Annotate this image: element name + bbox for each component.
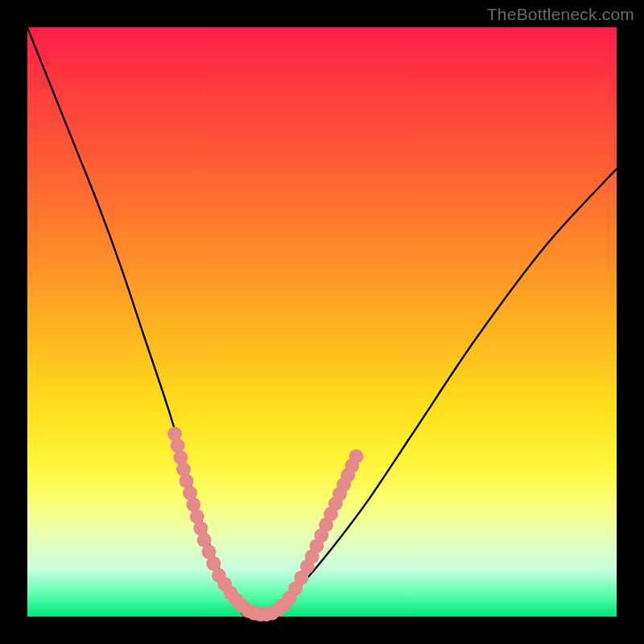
highlight-dot [349, 449, 364, 464]
highlight-dots [167, 427, 364, 621]
curve-layer [27, 27, 617, 617]
chart-frame: TheBottleneck.com [0, 0, 644, 644]
watermark-text: TheBottleneck.com [487, 5, 634, 24]
plot-area [27, 27, 617, 617]
